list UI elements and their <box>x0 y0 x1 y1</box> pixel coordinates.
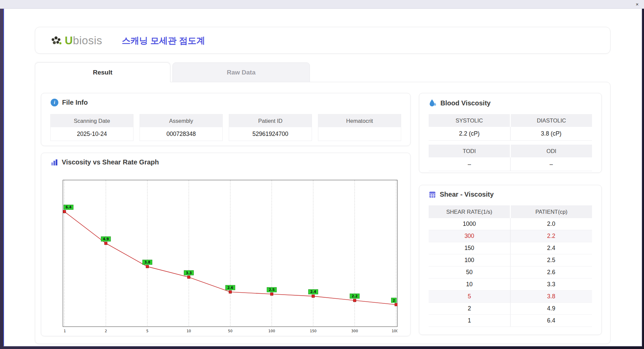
svg-text:300: 300 <box>351 329 358 333</box>
table-row: 1502.4 <box>429 242 592 254</box>
app-root: × Ubiosis 스캐닝 모세관 점도계 Result Raw Data i … <box>0 0 644 349</box>
table-row: 1002.5 <box>429 254 592 266</box>
bv-value-cell: 2.2 (cP) <box>429 127 511 141</box>
file-info-title: File Info <box>62 99 88 106</box>
shear-rate-cell: 150 <box>429 242 511 254</box>
viscosity-graph-card: Viscosity vs Shear Rate Graph 6.44.93.83… <box>41 153 411 336</box>
shear-viscosity-card: Shear - Viscosity SHEAR RATE(1/s)PATIENT… <box>419 185 602 335</box>
table-row: 16.4 <box>429 315 592 327</box>
svg-text:150: 150 <box>310 329 317 333</box>
field-label: Assembly <box>140 114 222 127</box>
close-icon[interactable]: × <box>636 1 639 7</box>
blood-viscosity-header: Blood Viscosity <box>429 99 491 107</box>
field-value: 000728348 <box>140 127 222 141</box>
file-info-field: Hematocrit <box>318 114 401 141</box>
svg-text:2: 2 <box>105 329 107 333</box>
shear-rate-cell: 10 <box>429 279 511 290</box>
svg-text:5: 5 <box>146 329 149 333</box>
patient-value-cell: 3.3 <box>511 279 592 290</box>
svg-text:50: 50 <box>228 329 232 333</box>
bar-chart-icon <box>51 159 58 166</box>
file-info-header: i File Info <box>51 99 88 106</box>
svg-text:2: 2 <box>393 299 395 302</box>
logo-text-rest: biosis <box>73 34 102 47</box>
svg-text:2.5: 2.5 <box>269 288 275 292</box>
file-info-field: Patient ID52961924700 <box>229 114 312 141</box>
bv-header-cell: SYSTOLIC <box>429 114 510 127</box>
patient-value-cell: 2.4 <box>511 242 592 254</box>
svg-text:1000: 1000 <box>392 329 397 333</box>
table-row: 103.3 <box>429 279 592 291</box>
file-info-fields: Scanning Date2025-10-24Assembly000728348… <box>50 114 401 141</box>
tab-result[interactable]: Result <box>35 62 170 82</box>
svg-text:100: 100 <box>268 329 275 333</box>
shear-rate-cell: 300 <box>429 230 511 242</box>
patient-value-cell: 2.0 <box>511 218 592 230</box>
logo-dots-icon <box>51 36 62 46</box>
file-info-field: Assembly000728348 <box>140 114 223 141</box>
logo-text: Ubiosis <box>65 34 102 47</box>
water-drops-icon <box>429 99 437 107</box>
bv-header-cell: DIASTOLIC <box>511 114 592 127</box>
patient-value-cell: 4.9 <box>511 303 592 314</box>
patient-value-cell: 2.5 <box>511 254 592 266</box>
shear-viscosity-title: Shear - Viscosity <box>440 191 494 198</box>
bv-value-row: 2.2 (cP)3.8 (cP) <box>429 127 592 141</box>
table-row: 10002.0 <box>429 218 592 230</box>
ubiosis-logo: Ubiosis <box>51 27 102 54</box>
bv-value-cell: 3.8 (cP) <box>511 127 592 141</box>
svg-text:10: 10 <box>186 329 191 333</box>
patient-value-cell: 6.4 <box>511 315 592 327</box>
app-header-card: Ubiosis 스캐닝 모세관 점도계 <box>35 27 610 54</box>
file-info-card: i File Info Scanning Date2025-10-24Assem… <box>41 93 411 146</box>
window-titlebar: × <box>0 0 644 9</box>
bv-value-cell: – <box>511 157 592 171</box>
sv-header-row: SHEAR RATE(1/s)PATIENT(cp) <box>429 205 592 218</box>
logo-text-u: U <box>65 34 73 47</box>
svg-text:4.9: 4.9 <box>103 237 109 241</box>
shear-rate-cell: 2 <box>429 303 511 314</box>
table-grid-icon <box>429 191 436 198</box>
bv-header-row: SYSTOLICDIASTOLIC <box>429 114 592 127</box>
bv-header-row: TODIODI <box>429 145 592 157</box>
svg-text:2.4: 2.4 <box>310 290 316 294</box>
bv-header-cell: ODI <box>511 145 592 157</box>
shear-rate-cell: 1000 <box>429 218 511 230</box>
bv-header-cell: TODI <box>429 145 510 157</box>
svg-text:3.3: 3.3 <box>186 271 192 275</box>
svg-text:3.8: 3.8 <box>144 260 150 264</box>
shear-viscosity-header: Shear - Viscosity <box>429 191 494 198</box>
shear-rate-cell: 1 <box>429 315 511 327</box>
tab-raw-data[interactable]: Raw Data <box>172 62 310 82</box>
blood-viscosity-card: Blood Viscosity SYSTOLICDIASTOLIC2.2 (cP… <box>419 93 602 173</box>
sv-header-cell: PATIENT(cp) <box>511 205 592 218</box>
field-label: Scanning Date <box>51 114 133 127</box>
field-value: 52961924700 <box>229 127 312 141</box>
patient-value-cell: 2.6 <box>511 266 592 278</box>
shear-rate-cell: 5 <box>429 291 511 302</box>
field-label: Hematocrit <box>318 114 401 127</box>
graph-header: Viscosity vs Shear Rate Graph <box>51 158 159 166</box>
field-label: Patient ID <box>229 114 312 127</box>
svg-text:1: 1 <box>64 329 66 333</box>
blood-viscosity-title: Blood Viscosity <box>440 99 491 107</box>
sv-header-cell: SHEAR RATE(1/s) <box>429 205 510 218</box>
patient-value-cell: 3.8 <box>511 291 592 302</box>
svg-text:2.6: 2.6 <box>227 286 233 290</box>
app-title-korean: 스캐닝 모세관 점도계 <box>122 27 205 54</box>
svg-text:2.2: 2.2 <box>352 294 358 298</box>
table-row: 502.6 <box>429 266 592 279</box>
table-row: 24.9 <box>429 303 592 315</box>
info-icon: i <box>51 99 58 106</box>
table-row: 53.8 <box>429 291 592 303</box>
patient-value-cell: 2.2 <box>511 230 592 242</box>
viscosity-chart-svg: 6.44.93.83.32.62.52.42.22125105010015030… <box>63 180 397 335</box>
field-value: 2025-10-24 <box>51 127 133 141</box>
shear-viscosity-table: SHEAR RATE(1/s)PATIENT(cp)10002.03002.21… <box>429 205 592 327</box>
bv-value-row: –– <box>429 157 592 171</box>
field-value <box>318 127 401 141</box>
table-row: 3002.2 <box>429 230 592 242</box>
blood-viscosity-table: SYSTOLICDIASTOLIC2.2 (cP)3.8 (cP)TODIODI… <box>429 114 592 171</box>
graph-title: Viscosity vs Shear Rate Graph <box>62 158 159 166</box>
shear-rate-cell: 50 <box>429 266 511 278</box>
